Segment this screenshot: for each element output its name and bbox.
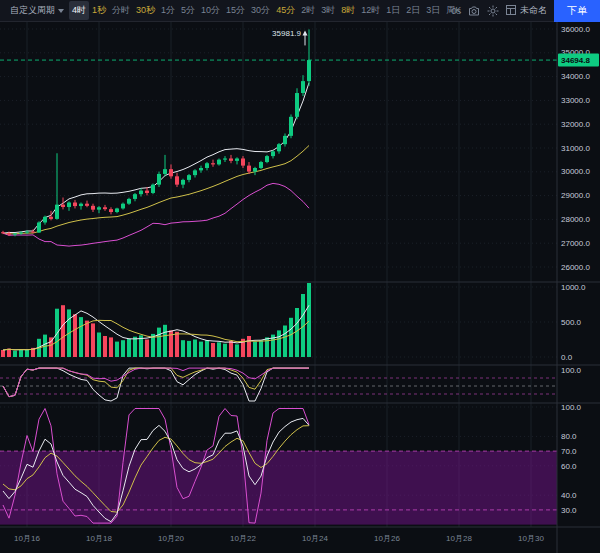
toolbar-right-group: 0s 未命名 下单 [451,0,600,22]
period-30s-button[interactable]: 30秒 [133,1,158,20]
screenshot-camera-icon[interactable] [468,5,480,17]
template-selector[interactable]: 未命名 [506,4,547,17]
chart-canvas[interactable]: 10月1610月1810月2010月2210月2410月2610月2810月30… [0,0,600,553]
kdj-panel[interactable] [0,403,557,527]
period-4h-button[interactable]: 4时 [69,1,89,20]
time-axis[interactable] [0,527,557,553]
period-8h-button[interactable]: 8时 [338,1,358,20]
chevron-down-icon [58,9,64,13]
template-layout-icon [506,5,516,17]
volume-panel[interactable] [0,282,557,365]
period-12h-button[interactable]: 12时 [358,1,383,20]
period-buttons: 4时1秒分时30秒1分5分10分15分30分45分2时3时8时12时1日2日3日… [69,1,464,20]
period-1d-button[interactable]: 1日 [383,1,403,20]
main-price-panel[interactable] [0,22,557,282]
custom-period-dropdown[interactable]: 自定义周期 [6,4,68,17]
candle-countdown: 0s [451,6,461,16]
period-45min-button[interactable]: 45分 [273,1,298,20]
period-3h-button[interactable]: 3时 [318,1,338,20]
trading-chart-app: 自定义周期 4时1秒分时30秒1分5分10分15分30分45分2时3时8时12时… [0,0,600,553]
price-axis[interactable] [557,22,600,553]
period-selector-group: 自定义周期 4时1秒分时30秒1分5分10分15分30分45分2时3时8时12时… [6,1,451,20]
period-1min-button[interactable]: 1分 [158,1,178,20]
period-2h-button[interactable]: 2时 [298,1,318,20]
period-5min-button[interactable]: 5分 [178,1,198,20]
period-10min-button[interactable]: 10分 [198,1,223,20]
period-1s-button[interactable]: 1秒 [89,1,109,20]
place-order-button[interactable]: 下单 [554,0,600,22]
period-tick-button[interactable]: 分时 [109,1,133,20]
period-2d-button[interactable]: 2日 [403,1,423,20]
template-name-label: 未命名 [520,4,547,17]
period-15min-button[interactable]: 15分 [223,1,248,20]
chart-toolbar: 自定义周期 4时1秒分时30秒1分5分10分15分30分45分2时3时8时12时… [0,0,600,22]
oscillator-panel[interactable] [0,365,557,403]
period-3d-button[interactable]: 3日 [423,1,443,20]
period-30min-button[interactable]: 30分 [248,1,273,20]
settings-gear-icon[interactable] [487,5,499,17]
custom-period-label: 自定义周期 [10,4,55,17]
